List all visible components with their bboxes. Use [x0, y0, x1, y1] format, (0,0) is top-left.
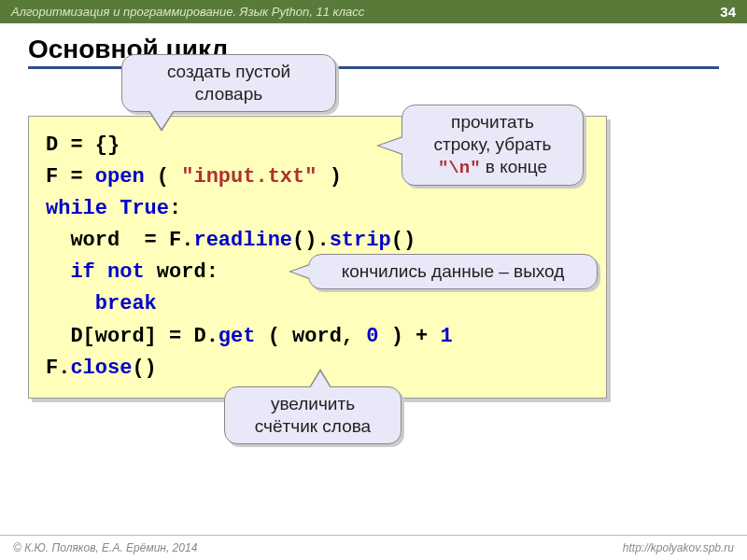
callout-read-line: прочитать строку, убрать "\n" в конце: [402, 105, 584, 186]
callout-text: увеличить: [271, 394, 355, 413]
subject-text: Алгоритмизация и программирование. Язык …: [11, 5, 364, 19]
code-line: break: [46, 288, 589, 320]
callout-create-dict: создать пустой словарь: [121, 54, 336, 112]
callout-code-fragment: "\n": [438, 158, 481, 178]
callout-text: кончились данные – выход: [342, 261, 565, 281]
callout-text: создать пустой словарь: [167, 62, 290, 104]
page-number: 34: [720, 4, 736, 20]
callout-no-data-exit: кончились данные – выход: [308, 254, 598, 289]
code-area: создать пустой словарь прочитать строку,…: [28, 116, 719, 399]
callout-text: счётчик слова: [255, 416, 371, 436]
callout-text: строку, убрать: [434, 134, 552, 154]
callout-text: в конце: [481, 157, 547, 176]
code-line: while True:: [46, 193, 589, 225]
callout-text: прочитать: [451, 112, 534, 132]
slide-header: Алгоритмизация и программирование. Язык …: [0, 0, 747, 23]
copyright-text: © К.Ю. Поляков, Е.А. Ерёмин, 2014: [13, 541, 197, 554]
slide-footer: © К.Ю. Поляков, Е.А. Ерёмин, 2014 http:/…: [0, 535, 747, 560]
callout-increment: увеличить счётчик слова: [224, 386, 402, 444]
footer-url: http://kpolyakov.spb.ru: [623, 541, 734, 554]
code-line: word = F.readline().strip(): [46, 225, 589, 257]
code-line: D[word] = D.get ( word, 0 ) + 1: [46, 321, 589, 353]
slide-content: Основной цикл создать пустой словарь про…: [0, 23, 747, 399]
